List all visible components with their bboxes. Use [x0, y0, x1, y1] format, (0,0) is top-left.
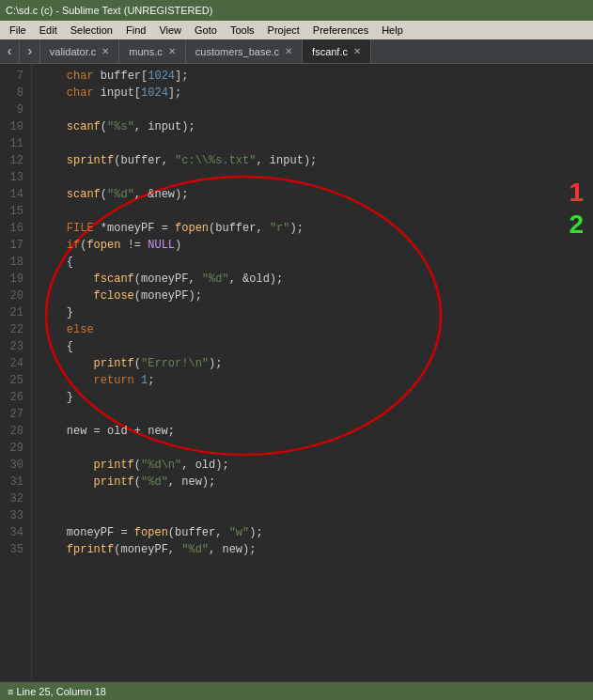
code-line-13 — [39, 169, 585, 186]
tab-muns-label: muns.c — [129, 46, 162, 57]
tab-customers-close[interactable]: ✕ — [285, 46, 292, 56]
menu-tools[interactable]: Tools — [225, 23, 260, 37]
code-line-31: printf("%d", new); — [39, 474, 585, 490]
status-text: Line 25, Column 18 — [16, 686, 105, 697]
code-line-24: printf("Error!\n"); — [39, 355, 585, 372]
code-line-16: FILE *moneyPF = fopen(buffer, "r"); — [39, 220, 585, 237]
code-line-23: { — [39, 338, 585, 355]
tab-validator-close[interactable]: ✕ — [101, 46, 109, 56]
code-line-15 — [39, 203, 585, 220]
status-icon: ≡ — [8, 686, 13, 697]
code-line-9 — [39, 101, 585, 118]
tab-customers-label: customers_base.c — [195, 46, 279, 57]
code-line-14: scanf("%d", &new); — [39, 186, 585, 203]
code-line-8: char input[1024]; — [39, 85, 585, 101]
code-line-25: return 1; — [39, 372, 585, 389]
code-line-33 — [39, 507, 585, 524]
line-numbers: 7 8 9 10 11 12 13 14 15 16 17 18 19 20 2… — [0, 64, 32, 681]
code-line-32 — [39, 490, 585, 507]
tab-validator-label: validator.c — [50, 46, 97, 57]
tab-customers[interactable]: customers_base.c ✕ — [186, 39, 303, 63]
code-line-12: sprintf(buffer, "c:\\%s.txt", input); — [39, 152, 585, 169]
code-line-30: printf("%d\n", old); — [39, 457, 585, 474]
code-line-21: } — [39, 304, 585, 321]
code-line-28: new = old + new; — [39, 423, 585, 440]
code-line-18: { — [39, 254, 585, 271]
tab-muns-close[interactable]: ✕ — [168, 46, 176, 56]
code-line-34: moneyPF = fopen(buffer, "w"); — [39, 524, 585, 541]
tab-fscanf-label: fscanf.c — [312, 46, 348, 57]
title-text: C:\sd.c (c) - Sublime Text (UNREGISTERED… — [6, 5, 212, 16]
code-area[interactable]: char buffer[1024]; char input[1024]; sca… — [32, 64, 593, 681]
menu-bar: File Edit Selection Find View Goto Tools… — [0, 21, 593, 39]
editor: 7 8 9 10 11 12 13 14 15 16 17 18 19 20 2… — [0, 64, 593, 681]
tab-fscanf-close[interactable]: ✕ — [353, 46, 361, 56]
menu-find[interactable]: Find — [120, 23, 151, 37]
code-line-11 — [39, 135, 585, 152]
code-line-35: fprintf(moneyPF, "%d", new); — [39, 541, 585, 558]
menu-help[interactable]: Help — [376, 23, 409, 37]
status-bar: ≡ Line 25, Column 18 — [0, 681, 593, 700]
code-line-26: } — [39, 389, 585, 406]
menu-goto[interactable]: Goto — [189, 23, 223, 37]
code-line-27 — [39, 406, 585, 423]
menu-selection[interactable]: Selection — [65, 23, 118, 37]
code-line-19: fscanf(moneyPF, "%d", &old); — [39, 271, 585, 288]
menu-view[interactable]: View — [153, 23, 187, 37]
code-line-20: fclose(moneyPF); — [39, 288, 585, 304]
code-line-29 — [39, 440, 585, 457]
tab-fscanf[interactable]: fscanf.c ✕ — [303, 39, 371, 63]
title-bar: C:\sd.c (c) - Sublime Text (UNREGISTERED… — [0, 0, 593, 21]
menu-project[interactable]: Project — [262, 23, 305, 37]
code-line-22: else — [39, 321, 585, 338]
code-line-7: char buffer[1024]; — [39, 68, 585, 85]
tab-muns[interactable]: muns.c ✕ — [119, 39, 185, 63]
menu-file[interactable]: File — [4, 23, 32, 37]
menu-edit[interactable]: Edit — [34, 23, 63, 37]
code-line-10: scanf("%s", input); — [39, 118, 585, 135]
menu-preferences[interactable]: Preferences — [307, 23, 374, 37]
code-line-17: if(fopen != NULL) — [39, 237, 585, 254]
tab-nav-prev[interactable]: ‹ — [0, 39, 20, 63]
tab-bar: ‹ › validator.c ✕ muns.c ✕ customers_bas… — [0, 39, 593, 64]
tab-validator[interactable]: validator.c ✕ — [40, 39, 120, 63]
tab-nav-next[interactable]: › — [20, 39, 39, 63]
